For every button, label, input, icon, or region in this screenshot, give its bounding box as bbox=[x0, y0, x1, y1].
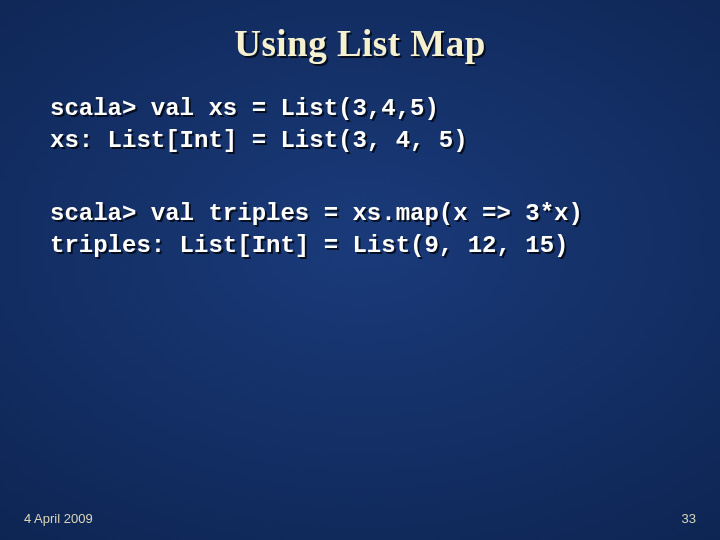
footer-date: 4 April 2009 bbox=[24, 511, 93, 526]
code-line: scala> val xs = List(3,4,5) bbox=[50, 95, 439, 122]
code-line: xs: List[Int] = List(3, 4, 5) bbox=[50, 127, 468, 154]
footer-page-number: 33 bbox=[682, 511, 696, 526]
code-line: scala> val triples = xs.map(x => 3*x) bbox=[50, 200, 583, 227]
code-block-1: scala> val xs = List(3,4,5) xs: List[Int… bbox=[50, 93, 720, 158]
slide-title: Using List Map bbox=[0, 22, 720, 65]
code-line: triples: List[Int] = List(9, 12, 15) bbox=[50, 232, 568, 259]
code-block-2: scala> val triples = xs.map(x => 3*x) tr… bbox=[50, 198, 720, 263]
